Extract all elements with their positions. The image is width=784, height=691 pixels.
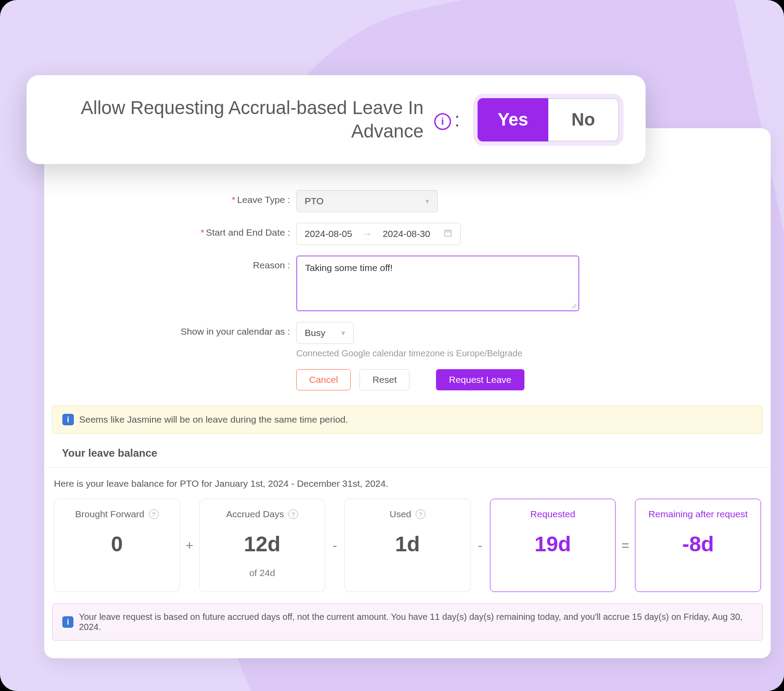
chevron-down-icon: ▾	[341, 328, 345, 338]
brought-forward-card: Brought Forward? 0	[54, 499, 180, 592]
help-icon[interactable]: ?	[416, 509, 425, 519]
end-date-value: 2024-08-30	[382, 229, 430, 239]
minus-operator: -	[470, 499, 490, 592]
overlap-alert: i Seems like Jasmine will be on leave du…	[52, 405, 763, 434]
balance-description: Here is your leave balance for PTO for J…	[54, 478, 771, 489]
minus-operator: -	[325, 499, 344, 592]
accrued-days-value: 12d	[204, 532, 321, 556]
reason-textarea[interactable]: Taking some time off!	[296, 256, 579, 311]
svg-rect-0	[444, 230, 451, 236]
page-background: *Leave Type : PTO ▾ *Start and End Date …	[0, 0, 784, 691]
reason-value: Taking some time off!	[305, 263, 393, 273]
resize-handle-icon	[571, 303, 577, 309]
form-actions: Cancel Reset Request Leave	[296, 369, 771, 390]
equals-operator: =	[616, 499, 635, 592]
reason-label: Reason :	[44, 256, 296, 271]
leave-request-card: *Leave Type : PTO ▾ *Start and End Date …	[44, 128, 771, 658]
help-icon[interactable]: ?	[149, 509, 159, 519]
advance-request-toggle-card: Allow Requesting Accrual-based Leave In …	[27, 75, 646, 164]
accrued-days-subtext: of 24d	[204, 568, 321, 578]
label-colon: :	[455, 109, 460, 131]
remaining-days-card: Remaining after request -8d	[635, 499, 761, 592]
date-range-picker[interactable]: 2024-08-05 → 2024-08-30	[296, 223, 461, 245]
requested-days-card: Requested 19d	[490, 499, 616, 592]
future-accrual-alert: i Your leave request is based on future …	[52, 603, 763, 641]
reset-button[interactable]: Reset	[359, 369, 409, 390]
leave-type-value: PTO	[305, 196, 324, 206]
request-leave-button[interactable]: Request Leave	[436, 369, 524, 390]
accrued-days-card: Accrued Days? 12d of 24d	[199, 499, 325, 592]
info-icon: i	[62, 414, 74, 425]
start-date-value: 2024-08-05	[305, 229, 352, 239]
date-range-label: *Start and End Date :	[44, 223, 296, 238]
leave-request-form: *Leave Type : PTO ▾ *Start and End Date …	[44, 128, 771, 390]
info-icon[interactable]: i	[434, 113, 451, 130]
calendar-timezone-hint: Connected Google calendar timezone is Eu…	[296, 348, 771, 359]
yes-no-toggle: Yes No	[478, 98, 619, 141]
toggle-no-button[interactable]: No	[548, 98, 619, 141]
used-days-card: Used? 1d	[344, 499, 470, 592]
brought-forward-value: 0	[59, 532, 175, 556]
requested-days-value: 19d	[495, 532, 611, 556]
leave-type-label: *Leave Type :	[44, 190, 296, 205]
balance-breakdown: Brought Forward? 0 + Accrued Days? 12d o…	[44, 499, 771, 592]
calendar-status-value: Busy	[305, 328, 325, 338]
info-icon: i	[62, 616, 73, 628]
remaining-days-value: -8d	[640, 532, 756, 556]
balance-section-title: Your leave balance	[62, 447, 771, 459]
used-days-value: 1d	[349, 532, 466, 556]
calendar-status-label: Show in your calendar as :	[44, 322, 296, 337]
advance-request-toggle-label: Allow Requesting Accrual-based Leave In …	[53, 96, 428, 143]
overlap-alert-text: Seems like Jasmine will be on leave duri…	[79, 414, 348, 425]
plus-operator: +	[180, 499, 199, 592]
future-accrual-text: Your leave request is based on future ac…	[79, 612, 753, 632]
calendar-status-select[interactable]: Busy ▾	[296, 322, 354, 344]
cancel-button[interactable]: Cancel	[296, 369, 351, 390]
divider	[44, 467, 771, 468]
calendar-icon	[444, 229, 452, 240]
arrow-right-icon: →	[363, 229, 372, 239]
toggle-yes-button[interactable]: Yes	[478, 98, 548, 141]
leave-type-select[interactable]: PTO ▾	[296, 190, 438, 212]
chevron-down-icon: ▾	[425, 197, 429, 206]
help-icon[interactable]: ?	[288, 509, 298, 519]
